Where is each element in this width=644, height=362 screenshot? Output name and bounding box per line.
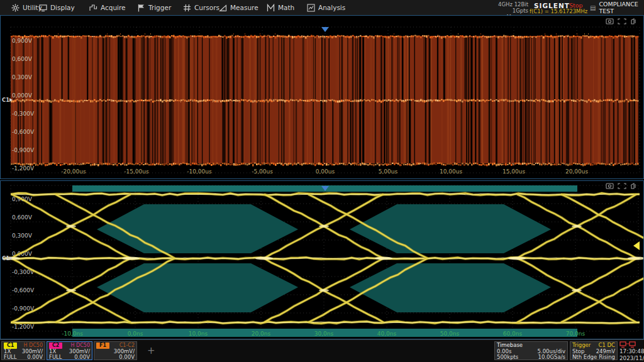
compliance-test-button[interactable]: ▤ COMPLIANCE TEST [590, 0, 644, 15]
menu-item-analysis[interactable]: Analysis [307, 0, 345, 15]
menu-item-utility[interactable]: Utility [11, 0, 42, 15]
menu-item-display[interactable]: Display [39, 0, 75, 15]
time-tick-label: 40,0ns [377, 331, 397, 337]
menu-item-label: Math [278, 4, 294, 11]
channel-box-f1[interactable]: F1C1-C2 300mV/ 0.00V [94, 341, 137, 360]
time-tick-label: 50,0ns [440, 331, 460, 337]
acquire-icon [89, 4, 97, 12]
voltage-tick-label: -0,300V [12, 111, 35, 117]
clock-time: 17:30:48 [619, 348, 643, 355]
time-tick-label: 10,00us [440, 168, 462, 175]
main-waveform-trace [11, 33, 639, 167]
analysis-icon [307, 4, 315, 12]
time-tick-label: 10,0ns [189, 331, 208, 337]
sample-rate: 10.0GSa/s [538, 354, 565, 361]
measure-icon [219, 4, 227, 12]
menu-item-label: Acquire [101, 4, 126, 11]
channel-marker-label: C1 [2, 97, 9, 103]
time-tick-label: 15,00us [502, 168, 525, 175]
voltage-tick-label: 0,600V [12, 214, 33, 221]
trigger-box[interactable]: TriggerC1 DC Stop249mV Nth EdgeRising [570, 341, 618, 360]
time-tick-label: 20,00us [565, 168, 588, 175]
trigger-slope: Rising [599, 354, 615, 361]
display-icon [39, 4, 47, 12]
timebase-box[interactable]: Timebase 0.00s5.00us/div 500kpts10.0GSa/… [494, 341, 568, 360]
bandwidth-spec: 4GHz 12Bit [489, 1, 528, 8]
main-waveform-window[interactable]: 0,900V0,600V0,300V0,000V-0,300V-0,600V-0… [0, 15, 644, 179]
app-mode-label: COMPLIANCE TEST [599, 1, 644, 14]
gear-icon [11, 4, 19, 12]
time-tick-label: -20,00us [61, 168, 86, 175]
clock-block: 17:30:48 2023/11/1 [619, 341, 643, 362]
eye-diagram-window[interactable]: 0,900V0,600V0,300V0,000V-0,300V-0,600V-0… [0, 180, 644, 339]
cursors-icon [183, 4, 191, 12]
frequency-measurement: f(C1) = 15.61723MHz [530, 8, 587, 14]
voltage-tick-label: 0,600V [12, 56, 33, 62]
voltage-tick-label: 0,000V [12, 92, 33, 99]
menu-bar: Utility Display Acquire Trigger Cursors … [0, 0, 644, 16]
voltage-tick-label: -1,200V [12, 324, 35, 330]
time-tick-label: -10,0ns [62, 331, 83, 337]
channel-badge: F1 [96, 343, 109, 349]
memory-depth: 500kpts [497, 354, 518, 361]
menu-item-acquire[interactable]: Acquire [89, 0, 126, 15]
trigger-type: Nth Edge [572, 354, 597, 361]
offset-value: 0.00V [119, 354, 135, 361]
voltage-tick-label: -0,900V [12, 147, 35, 153]
menu-item-label: Analysis [318, 4, 345, 11]
time-tick-label: 5,00us [379, 168, 398, 175]
channel-box-c1[interactable]: C1H DC50 1X300mV/ FULL0.00V [1, 341, 45, 360]
time-tick-label: 70,0ns [566, 331, 586, 337]
math-icon [267, 4, 275, 12]
offset-value: 0.00V [74, 354, 90, 361]
menu-item-measure[interactable]: Measure [219, 0, 258, 15]
add-channel-button[interactable]: + [147, 345, 155, 356]
menu-item-trigger[interactable]: Trigger [137, 0, 171, 15]
voltage-tick-label: 0,300V [12, 233, 33, 239]
bandwidth-value: FULL [4, 354, 17, 361]
time-tick-label: 30,0ns [314, 331, 334, 337]
network-icon[interactable] [619, 341, 636, 348]
menu-item-label: Cursors [194, 4, 219, 11]
voltage-tick-label: -0,600V [12, 129, 35, 135]
time-tick-label: 0,00us [316, 168, 335, 175]
time-tick-label: -10,00us [187, 168, 212, 175]
offset-value: 0.00V [27, 354, 43, 361]
clock-date: 2023/11/1 [619, 355, 643, 362]
time-tick-label: 0,0ns [128, 331, 143, 337]
menu-item-math[interactable]: Math [267, 0, 294, 15]
channel-box-c2[interactable]: C2H DC50 1X300mV/ FULL0.00V [47, 341, 92, 360]
eye-diagram-plot: 0,900V0,600V0,300V0,000V-0,300V-0,600V-0… [1, 181, 643, 339]
menu-item-label: Display [50, 4, 75, 11]
voltage-tick-label: 0,900V [12, 38, 33, 44]
status-bar: C1H DC50 1X300mV/ FULL0.00V C2H DC50 1X3… [0, 339, 644, 362]
channel-marker-label: C1 [2, 255, 9, 261]
clipboard-icon: ▤ [590, 4, 596, 11]
time-tick-label: -5,00us [252, 168, 273, 175]
menu-item-cursors[interactable]: Cursors [183, 0, 219, 15]
time-tick-label: -15,00us [124, 168, 149, 175]
voltage-tick-label: -0,600V [12, 287, 35, 293]
voltage-tick-label: 0,300V [12, 74, 33, 80]
menu-item-label: Measure [230, 4, 258, 11]
flag-icon [137, 4, 145, 12]
time-tick-label: 20,0ns [252, 331, 271, 337]
voltage-tick-label: -1,200V [12, 165, 35, 172]
menu-item-label: Trigger [148, 4, 171, 11]
time-tick-label: 60,0ns [503, 331, 523, 337]
bandwidth-value: FULL [49, 354, 62, 361]
main-waveform-plot: 0,900V0,600V0,300V0,000V-0,300V-0,600V-0… [1, 16, 643, 178]
